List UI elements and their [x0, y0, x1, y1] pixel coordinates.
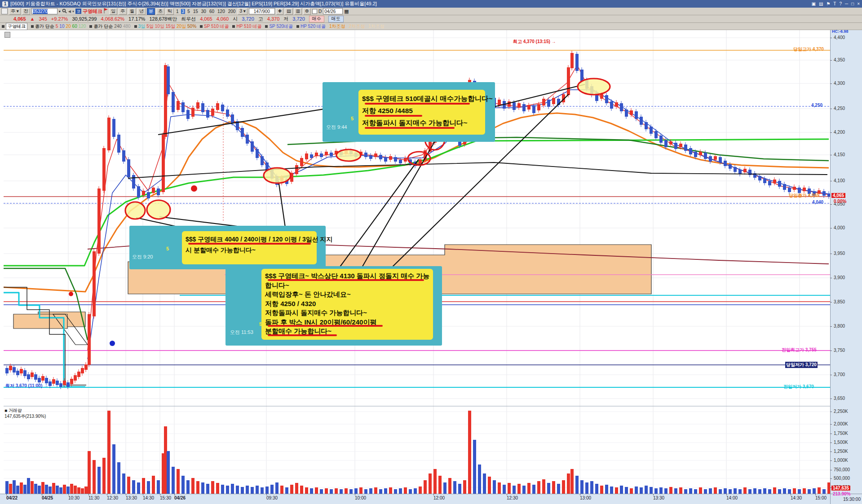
help-icon[interactable]: ? — [839, 1, 842, 6]
stock-code-value: 053270 — [33, 9, 48, 14]
timeframe-button-min[interactable]: 분 — [147, 8, 155, 15]
stock-field-16: 3,720 — [292, 16, 305, 22]
day-toggle-label: D — [318, 9, 322, 14]
stock-code-input[interactable]: 053270 — [31, 8, 57, 14]
legend-label: 1차조정 — [368, 23, 385, 30]
cycle-1[interactable]: 1 — [175, 9, 180, 14]
period-combo[interactable]: 주 ▾ — [9, 8, 21, 15]
legend-group-10[interactable]: 1차조정 — [368, 23, 385, 30]
indicator-legend-bar: 구영테크종가 단순5102060120종가 단순2404803일5일10일15일… — [0, 23, 862, 30]
chart-canvas[interactable] — [0, 0, 862, 504]
legend-group-6[interactable]: SP 520데골 — [265, 23, 293, 30]
calendar-icon[interactable]: ▦ — [344, 9, 349, 14]
legend-label: 20일 — [177, 23, 186, 30]
cycle-5[interactable]: 5 — [186, 9, 191, 14]
cycle-200[interactable]: 200 — [227, 9, 237, 14]
grid-icon[interactable]: ▤ — [285, 8, 292, 15]
settings-gear-icon[interactable]: ⚙ — [303, 8, 311, 15]
timeframe-button-월[interactable]: 월 — [128, 8, 136, 15]
cycle-combo[interactable]: 3 ▾ — [238, 8, 247, 15]
window-title: [0600] 키움종합차트 - KOSDAQ 외국인보유[131(천)] 주식수… — [10, 0, 809, 7]
dropdown-icon[interactable]: ▾ — [72, 9, 74, 13]
legend-label: 10일 — [155, 23, 164, 30]
stock-field-1: ▲ — [30, 16, 35, 22]
legend-group-2[interactable]: 종가 단순240480 — [89, 23, 130, 30]
axis-corner-time: 15:30:00 — [830, 494, 862, 504]
stock-field-15: 저 — [283, 16, 288, 22]
cycle-60[interactable]: 60 — [208, 9, 215, 14]
cycle-30[interactable]: 30 — [200, 9, 207, 14]
legend-group-3[interactable]: 3일5일10일15일20일50% — [134, 23, 197, 30]
legend-group-7[interactable]: HP 520 데골 — [296, 23, 326, 30]
legend-square-icon — [134, 25, 137, 28]
legend-group-9[interactable]: 2차조정 — [349, 23, 365, 30]
legend-label: 1차조정 — [329, 23, 345, 30]
legend-label: 60 — [72, 24, 77, 29]
legend-group-4[interactable]: SP 510 데골 — [200, 23, 229, 30]
legend-square-icon — [232, 25, 235, 28]
timeframe-button-초[interactable]: 초 — [156, 8, 164, 15]
legend-square-icon — [31, 25, 34, 28]
cycle-3[interactable]: 3 — [181, 9, 186, 14]
legend-label: 3일 — [138, 23, 146, 30]
flag-icon — [104, 8, 108, 14]
screen-number-badge: 1 — [2, 1, 8, 7]
stock-field-5: 4,068.62% — [101, 16, 124, 22]
maximize-button[interactable]: □ — [851, 1, 854, 6]
pin-icon[interactable]: ⚑ — [826, 1, 830, 6]
legend-square-icon — [89, 25, 92, 28]
legend-label: 240 — [114, 24, 122, 29]
legend-label: SP 520데골 — [269, 23, 293, 30]
legend-label: 15일 — [166, 23, 175, 30]
chart-mini-tool-icon[interactable] — [4, 32, 10, 38]
timeframe-button-년[interactable]: 년 — [137, 8, 146, 15]
new-window-icon[interactable] — [1, 8, 8, 14]
legend-label: 480 — [123, 24, 131, 29]
stock-info-bar: 4,065▲345+9.27%30,925,2994,068.62%17.17%… — [0, 15, 862, 23]
close-button[interactable]: × — [857, 1, 860, 6]
stock-field-8: 최우선 — [181, 16, 196, 22]
date-input[interactable]: 04/26 — [323, 8, 343, 14]
title-bar[interactable]: 1 [0600] 키움종합차트 - KOSDAQ 외국인보유[131(천)] 주… — [0, 0, 862, 8]
timeframe-button-일[interactable]: 일 — [109, 8, 117, 15]
speaker-icon[interactable]: ◀ — [68, 9, 71, 13]
prev-button[interactable]: 전 — [22, 8, 30, 15]
bar-count-value: 147/900 — [254, 9, 270, 14]
time-axis-strip[interactable] — [0, 494, 862, 504]
legend-label: 종가 단순 — [93, 23, 113, 30]
price-axis-strip[interactable] — [830, 30, 862, 494]
legend-group-1[interactable]: 종가 단순5102060120 — [31, 23, 86, 30]
timeframe-button-틱[interactable]: 틱 — [166, 8, 174, 15]
search-icon[interactable] — [62, 9, 67, 14]
legend-label: 5일 — [146, 23, 154, 30]
timeframe-button-주[interactable]: 주 — [119, 8, 127, 15]
code-dropdown-icon[interactable]: ▾ — [59, 9, 61, 13]
legend-group-0[interactable]: 구영테크 — [2, 23, 27, 30]
buy-button[interactable]: 매수 — [309, 16, 324, 22]
cycle-120[interactable]: 120 — [217, 9, 226, 14]
day-checkbox[interactable] — [312, 9, 317, 14]
legend-label: 2차조정 — [349, 23, 365, 30]
minimize-button[interactable]: ─ — [845, 1, 848, 6]
font-icon[interactable]: T — [833, 1, 836, 6]
chart-toolbar: 주 ▾전053270▾◀▾코구영테크일주월년분초틱135153060120200… — [0, 8, 862, 15]
stock-field-0: 4,065 — [13, 16, 26, 22]
legend-label: 10 — [59, 24, 64, 29]
legend-label: 종가 단순 — [35, 23, 54, 30]
legend-group-8[interactable]: 1차조정 — [329, 23, 345, 30]
save-icon[interactable]: ▥ — [294, 8, 302, 15]
window-controls[interactable]: ▣▤⚑T?─□× — [811, 1, 860, 6]
restore-icon[interactable]: ▣ — [811, 1, 815, 6]
crosshair-icon[interactable]: ✚ — [276, 8, 283, 15]
kiwoom-chart-window: 1 [0600] 키움종합차트 - KOSDAQ 외국인보유[131(천)] 주… — [0, 0, 862, 504]
legend-square-icon — [200, 25, 203, 28]
stock-field-13: 고 — [258, 16, 263, 22]
market-badge: 코 — [75, 9, 81, 14]
stock-field-11: 시 — [233, 16, 238, 22]
legend-square-icon — [296, 25, 299, 28]
sell-button[interactable]: 매도 — [328, 16, 344, 22]
cycle-15[interactable]: 15 — [192, 9, 199, 14]
legend-group-5[interactable]: HP 510 데골 — [232, 23, 261, 30]
copy-icon[interactable]: ▤ — [819, 1, 823, 6]
stock-field-4: 30,925,299 — [72, 16, 97, 22]
